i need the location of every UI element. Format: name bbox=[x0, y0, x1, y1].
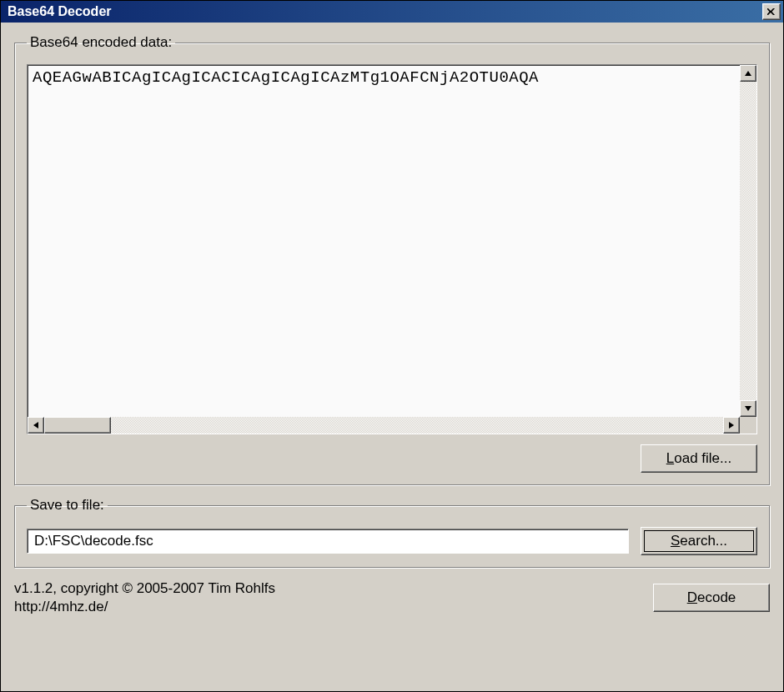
decode-button[interactable]: Decode bbox=[653, 584, 770, 612]
window-title: Base64 Decoder bbox=[8, 4, 762, 19]
encoded-button-row: Load file... bbox=[27, 444, 757, 473]
arrow-up-icon bbox=[745, 71, 751, 76]
load-file-button[interactable]: Load file... bbox=[641, 444, 757, 473]
about-line1: v1.1.2, copyright © 2005-2007 Tim Rohlfs bbox=[14, 579, 641, 598]
about-line2: http://4mhz.de/ bbox=[14, 598, 641, 616]
titlebar: Base64 Decoder bbox=[1, 1, 783, 23]
encoded-text: AQEAGwABICAgICAgICACICAgICAgICAzMTg1OAFC… bbox=[33, 68, 738, 87]
scroll-right-button[interactable] bbox=[723, 417, 740, 434]
client-area: Base64 encoded data: AQEAGwABICAgICAgICA… bbox=[1, 23, 783, 691]
footer-row: v1.1.2, copyright © 2005-2007 Tim Rohlfs… bbox=[14, 579, 770, 616]
encoded-legend: Base64 encoded data: bbox=[27, 34, 175, 51]
close-icon bbox=[767, 8, 776, 15]
save-legend: Save to file: bbox=[27, 497, 108, 514]
scroll-up-button[interactable] bbox=[740, 65, 756, 82]
save-path-text: D:\FSC\decode.fsc bbox=[34, 533, 153, 549]
save-group: Save to file: D:\FSC\decode.fsc Search..… bbox=[14, 497, 770, 568]
save-row: D:\FSC\decode.fsc Search... bbox=[27, 527, 757, 555]
scroll-left-button[interactable] bbox=[28, 417, 44, 434]
about-text: v1.1.2, copyright © 2005-2007 Tim Rohlfs… bbox=[14, 579, 641, 616]
arrow-right-icon bbox=[729, 422, 734, 429]
encoded-textarea[interactable]: AQEAGwABICAgICAgICACICAgICAgICAzMTg1OAFC… bbox=[27, 64, 757, 434]
scroll-corner bbox=[740, 417, 756, 434]
vertical-scrollbar[interactable] bbox=[740, 65, 756, 417]
save-path-input[interactable]: D:\FSC\decode.fsc bbox=[27, 529, 629, 554]
arrow-down-icon bbox=[745, 406, 751, 411]
arrow-left-icon bbox=[33, 422, 38, 429]
scroll-v-track[interactable] bbox=[740, 82, 756, 400]
scroll-h-thumb[interactable] bbox=[44, 417, 111, 434]
scroll-down-button[interactable] bbox=[740, 400, 756, 417]
encoded-group: Base64 encoded data: AQEAGwABICAgICAgICA… bbox=[14, 34, 770, 485]
search-button[interactable]: Search... bbox=[641, 527, 757, 555]
scroll-h-track[interactable] bbox=[111, 417, 723, 434]
close-button[interactable] bbox=[762, 3, 781, 20]
horizontal-scrollbar[interactable] bbox=[28, 417, 740, 434]
app-window: Base64 Decoder Base64 encoded data: AQEA… bbox=[0, 0, 784, 692]
